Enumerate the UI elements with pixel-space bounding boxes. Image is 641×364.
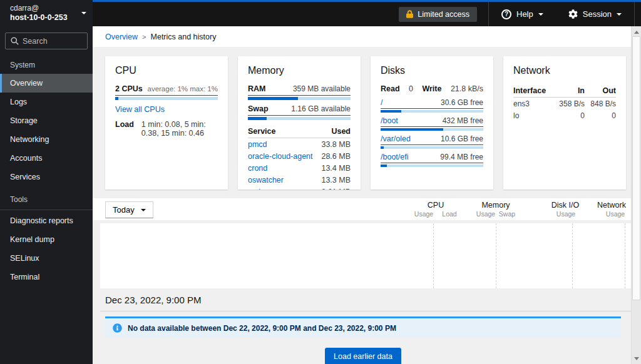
- service-link[interactable]: pmcd: [248, 140, 267, 149]
- sidebar-item-kernel-dump[interactable]: Kernel dump: [0, 230, 93, 249]
- service-link[interactable]: pmlogger: [248, 188, 280, 190]
- sidebar-item-accounts[interactable]: Accounts: [0, 149, 93, 168]
- sidebar: System Overview Logs Storage Networking …: [0, 26, 93, 364]
- mount-usage-bar: [381, 110, 483, 113]
- load-label: Load: [115, 120, 134, 138]
- ram-label: RAM: [248, 84, 265, 93]
- metrics-col-memory: Memory: [481, 201, 510, 210]
- scrollbar[interactable]: [631, 26, 641, 364]
- mount-usage-bar: [381, 164, 483, 167]
- load-earlier-row: Load earlier data: [105, 348, 621, 364]
- search-icon: [11, 37, 19, 45]
- date-range-select[interactable]: Today: [105, 201, 153, 218]
- column-divider: [572, 223, 573, 288]
- load-earlier-data-button[interactable]: Load earlier data: [325, 348, 401, 364]
- help-menu[interactable]: ? Help: [488, 2, 556, 26]
- alert-message: No data available between Dec 22, 2022, …: [128, 324, 396, 333]
- disks-card: Disks Read 0 Write 21.8 kB/s /30.6 GB fr…: [371, 56, 493, 190]
- sidebar-item-overview[interactable]: Overview: [0, 74, 93, 93]
- sidebar-item-selinux[interactable]: SELinux: [0, 249, 93, 268]
- metrics-sub-cpu-load: Load: [442, 210, 456, 218]
- view-all-cpus-link[interactable]: View all CPUs: [115, 105, 165, 114]
- cpu-average-label: average: 1% max: 1%: [147, 85, 218, 93]
- search-input[interactable]: [23, 37, 83, 46]
- session-label: Session: [583, 9, 612, 19]
- metrics-col-disk-io: Disk I/O: [551, 201, 579, 210]
- divider: [100, 311, 631, 311]
- mount-root: /30.6 GB free: [381, 98, 483, 113]
- chevron-down-icon: [141, 209, 146, 211]
- metrics-toolbar: Today CPU Usage Load Memory Usage Swap D…: [93, 198, 631, 220]
- service-link[interactable]: oswatcher: [248, 176, 284, 185]
- help-label: Help: [516, 9, 533, 19]
- sidebar-item-diagnostic-reports[interactable]: Diagnostic reports: [0, 211, 93, 230]
- mount-link[interactable]: /boot: [381, 116, 398, 125]
- ram-usage-bar: [248, 97, 351, 100]
- memory-service-table: Service Used pmcd33.8 MB oracle-cloud-ag…: [248, 125, 351, 190]
- network-table: Interface In Out ens3358 B/s848 B/s lo00: [513, 84, 616, 121]
- disks-card-title: Disks: [381, 65, 483, 76]
- nav-section-title: System: [0, 52, 93, 74]
- disk-io-row: Read 0 Write 21.8 kB/s: [381, 84, 483, 93]
- nav-section-title: Tools: [0, 186, 93, 208]
- service-column-header: Service: [248, 125, 319, 138]
- in-column-header: In: [553, 84, 585, 98]
- read-value: 0: [409, 84, 413, 93]
- table-row: ens3358 B/s848 B/s: [513, 98, 616, 110]
- nav-section-tools: Tools Diagnostic reports Kernel dump SEL…: [0, 186, 93, 286]
- breadcrumb-separator: >: [142, 33, 146, 41]
- sidebar-item-logs[interactable]: Logs: [0, 93, 93, 111]
- table-row: pmcd33.8 MB: [248, 138, 351, 151]
- metrics-sub-memory-swap: Swap: [499, 210, 515, 218]
- column-divider: [625, 223, 625, 288]
- gear-icon: [568, 9, 578, 19]
- metrics-col-network: Network: [597, 201, 626, 210]
- mount-link[interactable]: /var/oled: [381, 134, 411, 143]
- limited-access-label: Limited access: [418, 10, 469, 19]
- help-icon: ?: [501, 9, 511, 19]
- service-link[interactable]: crond: [248, 164, 267, 173]
- lock-icon: [406, 10, 413, 18]
- metrics-sub-cpu-usage: Usage: [414, 210, 433, 218]
- service-link[interactable]: oracle-cloud-agent: [248, 152, 313, 161]
- cpu-card-title: CPU: [115, 65, 218, 76]
- sidebar-item-storage[interactable]: Storage: [0, 111, 93, 130]
- scroll-up-arrow-icon[interactable]: [632, 28, 641, 36]
- breadcrumb-overview-link[interactable]: Overview: [105, 33, 138, 41]
- session-menu[interactable]: Session: [556, 2, 635, 26]
- swap-metric: Swap 1.16 GB available: [248, 104, 351, 120]
- memory-card: Memory RAM 359 MB available Swap 1.16 GB…: [238, 56, 361, 190]
- scroll-down-arrow-icon[interactable]: [632, 354, 641, 363]
- ram-available: 359 MB available: [293, 84, 351, 93]
- column-divider: [496, 223, 496, 288]
- date-range-value: Today: [113, 205, 135, 215]
- sidebar-search[interactable]: [5, 33, 88, 49]
- out-column-header: Out: [585, 84, 616, 98]
- cpu-usage-metric: 2 CPUs average: 1% max: 1%: [115, 84, 218, 100]
- scrollbar-thumb[interactable]: [632, 36, 640, 300]
- limited-access-button[interactable]: Limited access: [399, 7, 477, 22]
- used-column-header: Used: [319, 125, 351, 138]
- mount-link[interactable]: /: [381, 98, 382, 107]
- memory-card-title: Memory: [248, 65, 351, 76]
- swap-label: Swap: [248, 104, 269, 113]
- table-row: crond13.4 MB: [248, 162, 351, 174]
- chevron-down-icon: [617, 13, 622, 16]
- history-date-heading: Dec 23, 2022, 9:00 PM: [105, 295, 631, 305]
- metrics-sub-disk-usage: Usage: [556, 210, 575, 218]
- table-row: oswatcher13.3 MB: [248, 174, 351, 186]
- mount-link[interactable]: /boot/efi: [381, 153, 408, 161]
- sidebar-item-networking[interactable]: Networking: [0, 130, 93, 149]
- nav-divider: [0, 210, 93, 210]
- mount-usage-bar: [381, 128, 483, 131]
- mount-boot-efi: /boot/efi99.4 MB free: [381, 153, 483, 167]
- host-switcher[interactable]: cdarra@ host-10-0-0-253: [0, 0, 93, 26]
- table-row: oracle-cloud-agent28.6 MB: [248, 150, 351, 162]
- sidebar-item-services[interactable]: Services: [0, 168, 93, 186]
- write-label: Write: [422, 84, 441, 93]
- info-icon: [113, 323, 122, 333]
- chevron-down-icon: [81, 12, 86, 14]
- sidebar-item-terminal[interactable]: Terminal: [0, 268, 93, 286]
- metrics-col-cpu: CPU: [428, 201, 444, 210]
- table-row: pmlogger8.61 MB: [248, 186, 351, 190]
